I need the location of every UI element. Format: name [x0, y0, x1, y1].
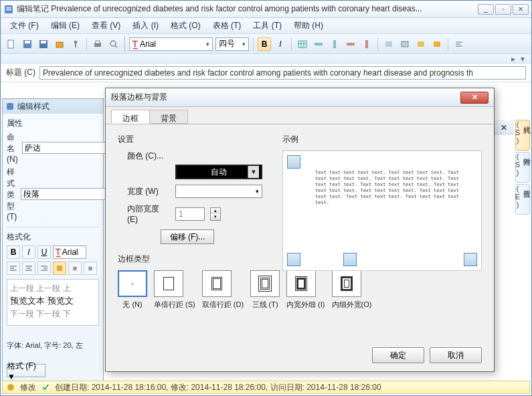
font-size-select[interactable]: 四号 ▾ — [215, 37, 249, 51]
check-icon — [41, 383, 50, 391]
name-label: 命名 (N) — [7, 132, 18, 164]
handle-bl[interactable] — [287, 253, 300, 266]
svg-rect-19 — [347, 43, 355, 45]
new-icon[interactable] — [5, 37, 18, 51]
props-icon[interactable] — [53, 37, 66, 51]
font-size: 四号 — [219, 38, 235, 50]
search-icon[interactable] — [107, 37, 120, 51]
table-icon[interactable] — [296, 37, 309, 51]
handle-br[interactable] — [464, 253, 477, 266]
edit-style-panel: 编辑样式 属性 命名 (N) 样式类型 (T) 格式化 B I U T̲ Ari… — [2, 98, 104, 382]
font-info-text: 字体: Arial, 字号: 20, 左 — [7, 340, 99, 351]
highlight-icon[interactable] — [53, 262, 66, 275]
svg-point-39 — [7, 384, 14, 391]
delete-col-icon[interactable] — [360, 37, 373, 51]
merge-icon[interactable] — [430, 37, 444, 51]
toolbar-main: T̲ Arial ▾ 四号 ▾ B I — [1, 34, 531, 54]
border-type-double[interactable] — [202, 270, 232, 297]
border-type-single[interactable] — [154, 270, 183, 297]
format-heading: 格式化 — [7, 231, 99, 243]
dialog-title: 段落边框与背景 — [111, 92, 460, 103]
svg-rect-23 — [418, 41, 424, 47]
bold-button[interactable]: B — [258, 37, 271, 51]
save-icon[interactable] — [21, 37, 34, 51]
insert-row-icon[interactable] — [312, 37, 325, 51]
tab-background[interactable]: 背景 — [149, 110, 188, 124]
ok-button[interactable]: 确定 — [372, 347, 424, 363]
inner-width-spinner[interactable]: ▴▾ — [210, 207, 221, 221]
example-text: Text text text text text. Text text text… — [315, 170, 461, 207]
svg-rect-20 — [365, 40, 368, 48]
svg-rect-2 — [6, 9, 11, 11]
svg-rect-22 — [402, 41, 408, 47]
align-icon[interactable] — [452, 37, 466, 51]
print-icon[interactable] — [91, 37, 104, 51]
menu-help[interactable]: 帮助 (H) — [288, 18, 329, 33]
overflow-icon[interactable]: ▸ — [511, 54, 515, 64]
color-label: 颜色 (C)... — [127, 151, 170, 162]
svg-rect-7 — [41, 41, 46, 43]
handle-tl[interactable] — [287, 155, 300, 169]
titlebar: 编辑笔记 Prevalence of unrecognized diabetes… — [1, 1, 531, 18]
tab-close-icon[interactable]: ✕ — [501, 123, 509, 131]
side-tab-style[interactable]: 样式 (S) — [515, 120, 530, 151]
dialog-titlebar[interactable]: 段落边框与背景 ✕ — [106, 88, 494, 107]
align-center-icon[interactable] — [22, 262, 35, 275]
side-tab-attach[interactable]: 附件 (S) — [515, 152, 530, 183]
italic-btn[interactable]: I — [22, 245, 35, 259]
format-dropdown-button[interactable]: 格式 (F) ▼ — [7, 364, 46, 377]
edit-panel-title: 编辑样式 — [3, 99, 103, 114]
tab-border[interactable]: 边框 — [111, 110, 150, 124]
side-tab-position[interactable]: 位置 (E) — [515, 184, 530, 215]
inner-width-input[interactable]: 1 — [175, 207, 205, 221]
font-mini-select[interactable]: T̲ Arial — [53, 245, 86, 259]
underline-btn[interactable]: U — [37, 245, 51, 259]
indent-icon[interactable]: ≡ — [84, 262, 97, 275]
example-preview: Text text text text text. Text text text… — [282, 151, 482, 271]
border-type-triple[interactable] — [250, 270, 280, 297]
save2-icon[interactable] — [37, 37, 50, 51]
handle-bm[interactable] — [343, 253, 357, 266]
style-preview: 上一段 上一段 上 预览文本 预览文 下一段 下一段 下 — [7, 279, 99, 326]
pin-icon[interactable] — [69, 37, 82, 51]
svg-rect-10 — [96, 41, 100, 43]
menu-format[interactable]: 格式 (O) — [165, 18, 206, 33]
menu-edit[interactable]: 编辑 (E) — [46, 18, 85, 33]
bold-btn[interactable]: B — [7, 245, 20, 259]
cell2-icon[interactable] — [398, 37, 412, 51]
font-family-select[interactable]: T̲ Arial ▾ — [129, 37, 213, 51]
align-right-icon[interactable] — [37, 262, 51, 275]
example-heading: 示例 — [282, 134, 482, 145]
offset-button[interactable]: 偏移 (F)... — [161, 229, 214, 244]
font-icon: T̲ — [132, 39, 137, 49]
border-type-none[interactable]: ≡ — [118, 270, 147, 297]
menu-tools[interactable]: 工具 (T) — [248, 18, 287, 33]
toolbar-overflow: ▸ ▾ — [1, 54, 531, 64]
width-select[interactable]: ▾ — [175, 185, 262, 198]
side-tabs: 样式 (S) 附件 (S) 位置 (E) — [515, 120, 530, 215]
outdent-icon[interactable]: ≡ — [68, 262, 82, 275]
dialog-close-button[interactable]: ✕ — [460, 92, 489, 104]
cell3-icon[interactable] — [414, 37, 428, 51]
svg-rect-21 — [385, 41, 392, 47]
cell1-icon[interactable] — [382, 37, 395, 51]
color-select[interactable]: 自动 — [175, 165, 262, 179]
svg-rect-18 — [333, 40, 336, 48]
dialog-tabs: 边框 背景 — [106, 107, 494, 124]
menu-insert[interactable]: 插入 (I) — [127, 18, 164, 33]
minimize-button[interactable]: ⎯ — [478, 4, 494, 15]
align-left-icon[interactable] — [7, 262, 20, 275]
inner-width-label: 内部宽度 (E) — [127, 203, 170, 224]
italic-button[interactable]: I — [274, 37, 287, 51]
close-button[interactable]: ✕ — [513, 4, 529, 15]
delete-row-icon[interactable] — [344, 37, 357, 51]
insert-col-icon[interactable] — [328, 37, 341, 51]
menu-view[interactable]: 查看 (V) — [86, 18, 126, 33]
title-input[interactable] — [39, 66, 526, 80]
maximize-button[interactable]: ▫ — [495, 4, 511, 15]
menu-table[interactable]: 表格 (T) — [207, 18, 247, 33]
cancel-button[interactable]: 取消 — [430, 347, 482, 363]
menu-file[interactable]: 文件 (F) — [5, 18, 44, 33]
dropdown-icon[interactable]: ▾ — [521, 54, 525, 64]
border-dialog: 段落边框与背景 ✕ 边框 背景 设置 颜色 (C)... 自动 宽度 (W) ▾… — [105, 88, 495, 372]
